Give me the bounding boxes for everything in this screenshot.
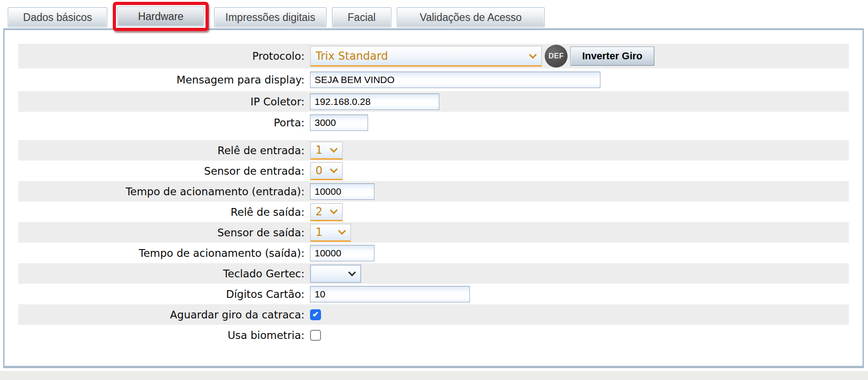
- def-badge[interactable]: DEF: [545, 45, 568, 68]
- form-row-usa-biometria: Usa biometria:: [18, 325, 849, 345]
- chevron-down-icon: [330, 145, 338, 153]
- tempo-entrada-input[interactable]: [310, 183, 374, 200]
- tab-hardware[interactable]: Hardware: [117, 6, 204, 26]
- form-row-sensor-saida: Sensor de saída:1: [18, 222, 849, 243]
- mensagem-display-input[interactable]: [310, 72, 600, 88]
- protocolo-selected-value: Trix Standard: [316, 50, 526, 62]
- check-icon: ✔: [312, 310, 319, 319]
- form-row-aguardar-giro: Aguardar giro da catraca:✔: [18, 304, 849, 325]
- form-rows: Protocolo:Trix StandardDEFInverter GiroM…: [18, 44, 849, 345]
- form-row-rele-saida: Relê de saída:2: [18, 202, 849, 222]
- tempo-entrada-field: [310, 183, 374, 200]
- usa-biometria-checkbox[interactable]: [310, 330, 321, 341]
- tempo-saida-field: [310, 245, 374, 261]
- porta-input[interactable]: [310, 115, 368, 131]
- rele-saida-field: 2: [310, 203, 343, 221]
- form-row-teclado-gertec: Teclado Gertec:: [18, 263, 849, 284]
- tab-impressoes-digitais[interactable]: Impressões digitais: [214, 7, 326, 27]
- tempo-saida-input[interactable]: [310, 245, 374, 261]
- chevron-down-icon: [330, 207, 338, 214]
- highlight-annotation: Hardware: [113, 2, 209, 31]
- rele-entrada-label: Relê de entrada:: [18, 145, 310, 156]
- form-row-digitos-cartao: Dígitos Cartão:: [18, 284, 849, 304]
- aguardar-giro-field: ✔: [310, 309, 321, 320]
- form-row-ip-coletor: IP Coletor:: [18, 91, 849, 112]
- tab-bar: Dados básicosHardwareImpressões digitais…: [0, 0, 868, 28]
- sensor-saida-select[interactable]: 1: [310, 224, 351, 242]
- ip-coletor-field: [310, 94, 439, 110]
- sensor-saida-selected-value: 1: [316, 226, 336, 239]
- form-row-sensor-entrada: Sensor de entrada:0: [18, 161, 849, 181]
- inverter-giro-button[interactable]: Inverter Giro: [570, 47, 654, 66]
- protocolo-field: Trix StandardDEFInverter Giro: [310, 45, 654, 68]
- teclado-gertec-label: Teclado Gertec:: [18, 268, 310, 280]
- mensagem-display-field: [310, 72, 600, 88]
- tab-validacoes-de-acesso[interactable]: Validações de Acesso: [397, 7, 545, 27]
- tab-label: Facial: [347, 11, 375, 24]
- chevron-down-icon: [348, 268, 356, 276]
- hardware-form-panel: Protocolo:Trix StandardDEFInverter GiroM…: [3, 28, 864, 368]
- bottom-status-bar: [0, 371, 868, 380]
- chevron-down-icon: [529, 51, 537, 58]
- tab-dados-basicos[interactable]: Dados básicos: [8, 7, 107, 27]
- sensor-saida-label: Sensor de saída:: [18, 227, 310, 239]
- sensor-entrada-field: 0: [310, 162, 343, 180]
- rele-entrada-field: 1: [310, 141, 343, 160]
- usa-biometria-field: [310, 330, 321, 341]
- aguardar-giro-checkbox[interactable]: ✔: [310, 309, 321, 320]
- sensor-entrada-select[interactable]: 0: [310, 162, 343, 180]
- sensor-saida-field: 1: [310, 224, 351, 242]
- tempo-entrada-label: Tempo de acionamento (entrada):: [18, 186, 310, 198]
- tab-label: Impressões digitais: [226, 11, 316, 24]
- ip-coletor-input[interactable]: [310, 94, 439, 110]
- form-row-rele-entrada: Relê de entrada:1: [18, 140, 849, 161]
- tab-facial[interactable]: Facial: [332, 7, 391, 27]
- digitos-cartao-label: Dígitos Cartão:: [18, 288, 310, 300]
- digitos-cartao-field: [310, 286, 470, 302]
- porta-label: Porta:: [18, 117, 310, 129]
- form-row-tempo-saida: Tempo de acionamento (saída):: [18, 243, 849, 263]
- tempo-saida-label: Tempo de acionamento (saída):: [18, 247, 310, 259]
- protocolo-select[interactable]: Trix Standard: [310, 46, 542, 67]
- form-row-protocolo: Protocolo:Trix StandardDEFInverter Giro: [18, 44, 849, 68]
- form-row-porta: Porta:: [18, 112, 849, 134]
- rele-entrada-select[interactable]: 1: [310, 141, 343, 160]
- porta-field: [310, 115, 368, 131]
- sensor-entrada-label: Sensor de entrada:: [18, 165, 310, 177]
- chevron-down-icon: [330, 166, 338, 173]
- rele-entrada-selected-value: 1: [316, 144, 327, 156]
- protocolo-label: Protocolo:: [18, 50, 310, 62]
- teclado-gertec-field: [310, 265, 361, 283]
- tab-label: Hardware: [138, 10, 184, 23]
- sensor-entrada-selected-value: 0: [316, 164, 327, 177]
- rele-saida-select[interactable]: 2: [310, 203, 343, 221]
- rele-saida-selected-value: 2: [316, 205, 327, 218]
- mensagem-display-label: Mensagem para display:: [18, 74, 310, 86]
- teclado-gertec-select[interactable]: [310, 265, 361, 283]
- chevron-down-icon: [338, 227, 346, 235]
- tab-label: Validações de Acesso: [420, 11, 521, 24]
- digitos-cartao-input[interactable]: [310, 286, 470, 302]
- form-row-tempo-entrada: Tempo de acionamento (entrada):: [18, 181, 849, 202]
- usa-biometria-label: Usa biometria:: [18, 329, 310, 341]
- tab-label: Dados básicos: [23, 11, 92, 24]
- rele-saida-label: Relê de saída:: [18, 206, 310, 218]
- form-row-mensagem-display: Mensagem para display:: [18, 68, 849, 91]
- ip-coletor-label: IP Coletor:: [18, 96, 310, 108]
- aguardar-giro-label: Aguardar giro da catraca:: [18, 309, 310, 321]
